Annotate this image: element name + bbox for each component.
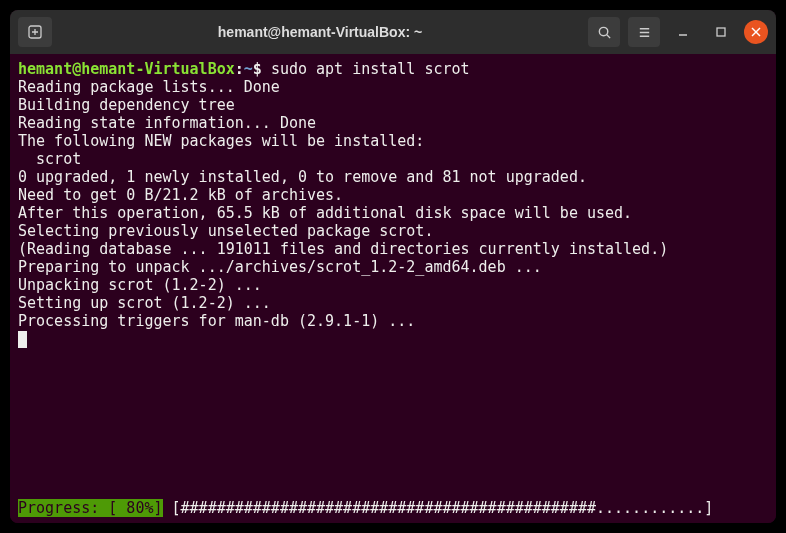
- minimize-icon: [677, 26, 689, 38]
- maximize-icon: [715, 26, 727, 38]
- prompt-userhost: hemant@hemant-VirtualBox: [18, 60, 235, 78]
- output-line: (Reading database ... 191011 files and d…: [18, 240, 668, 258]
- terminal-body[interactable]: hemant@hemant-VirtualBox:~$ sudo apt ins…: [10, 54, 776, 523]
- output-line: Selecting previously unselected package …: [18, 222, 433, 240]
- window-title: hemant@hemant-VirtualBox: ~: [52, 24, 588, 40]
- progress-label: Progress: [ 80%]: [18, 499, 163, 517]
- output-line: Unpacking scrot (1.2-2) ...: [18, 276, 262, 294]
- search-icon: [597, 25, 612, 40]
- output-line: Processing triggers for man-db (2.9.1-1)…: [18, 312, 415, 330]
- output-line: Need to get 0 B/21.2 kB of archives.: [18, 186, 343, 204]
- cursor: [18, 331, 27, 348]
- output-line: Reading state information... Done: [18, 114, 316, 132]
- close-icon: [751, 27, 761, 37]
- output-line: Setting up scrot (1.2-2) ...: [18, 294, 271, 312]
- output-line: Building dependency tree: [18, 96, 235, 114]
- output-line: Reading package lists... Done: [18, 78, 280, 96]
- prompt-sep1: :: [235, 60, 244, 78]
- svg-line-4: [606, 34, 609, 37]
- command-text: sudo apt install scrot: [271, 60, 470, 78]
- new-tab-button[interactable]: [18, 17, 52, 47]
- new-tab-icon: [27, 24, 43, 40]
- output-line: After this operation, 65.5 kB of additio…: [18, 204, 632, 222]
- output-line: 0 upgraded, 1 newly installed, 0 to remo…: [18, 168, 587, 186]
- hamburger-icon: [637, 25, 652, 40]
- output-line: Preparing to unpack .../archives/scrot_1…: [18, 258, 542, 276]
- svg-point-3: [599, 27, 607, 35]
- prompt-sep2: $: [253, 60, 262, 78]
- output-line: The following NEW packages will be insta…: [18, 132, 424, 150]
- maximize-button[interactable]: [706, 17, 736, 47]
- titlebar: hemant@hemant-VirtualBox: ~: [10, 10, 776, 54]
- close-button[interactable]: [744, 20, 768, 44]
- output-line: scrot: [18, 150, 81, 168]
- terminal-window: hemant@hemant-VirtualBox: ~: [10, 10, 776, 523]
- search-button[interactable]: [588, 17, 620, 47]
- menu-button[interactable]: [628, 17, 660, 47]
- svg-rect-9: [717, 28, 725, 36]
- minimize-button[interactable]: [668, 17, 698, 47]
- progress-line: Progress: [ 80%] [######################…: [18, 499, 722, 517]
- progress-bar: [#######################################…: [163, 499, 723, 517]
- prompt-path: ~: [244, 60, 253, 78]
